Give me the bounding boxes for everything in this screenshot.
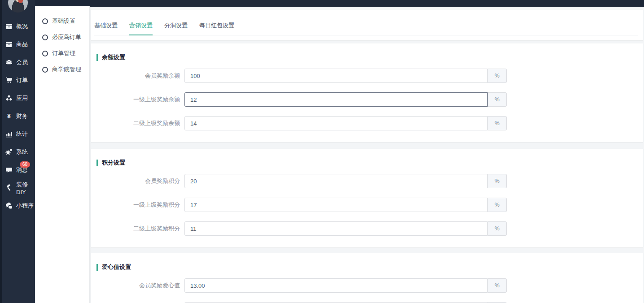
section-title-text: 余额设置 [102,53,125,61]
section-title: 积分设置 [96,159,636,167]
circle-o-icon [42,67,48,73]
submenu-item-3[interactable]: 订单管理 [35,45,89,61]
sidebar-item-label: 商品 [16,40,28,48]
members-users-icon [5,59,13,66]
system-gears-icon [5,148,13,156]
setting-label: 一级上级奖励余额 [96,95,184,104]
percent-input[interactable] [184,278,488,293]
user-avatar[interactable] [8,0,28,13]
percent-input[interactable] [184,221,488,236]
topbar-item-1[interactable]: ♥推台 [43,0,61,1]
percent-input[interactable] [184,174,488,188]
percent-input[interactable] [184,198,488,212]
settings-card-3: 爱心值设置会员奖励爱心值%% [91,253,643,303]
orders-cart-icon [5,77,13,84]
settings-card-1: 余额设置会员奖励余额%一级上级奖励余额%二级上级奖励余额% [91,43,643,142]
submenu-item-1[interactable]: 基础设置 [35,13,89,29]
sidebar-item-diy-hammer[interactable]: 装修DIY [0,179,35,197]
diy-hammer-icon [5,184,13,191]
sidebar-item-label: 概况 [16,22,28,30]
sidebar-item-goods-box[interactable]: 商品 [0,35,35,53]
goods-box-icon [5,41,13,48]
percent-addon: % [488,116,507,130]
message-bubble-icon [5,166,13,173]
sidebar-item-label: 装修DIY [16,181,35,195]
setting-label: 二级上级奖励积分 [96,225,184,233]
tab-4[interactable]: 每日红包设置 [199,22,234,35]
submenu-item-label: 订单管理 [52,49,75,57]
sidebar-item-label: 小程序 [16,202,34,210]
miniprogram-wechat-icon [5,202,13,209]
percent-addon: % [488,92,507,107]
tab-card: 基础设置营销设置分润设置每日红包设置 [91,10,643,40]
sidebar-item-miniprogram-wechat[interactable]: 小程序 [0,197,35,215]
percent-addon: % [488,174,507,188]
section-accent-bar [96,264,98,271]
sidebar-item-orders-cart[interactable]: 订单 [0,71,35,89]
stats-chart-icon [5,130,13,138]
admin-app: ♥推台●入驻支付 概况商品会员订单应用¥财务统计系统消息60装修DIY小程序 基… [0,0,644,303]
finance-yen-icon: ¥ [5,113,13,120]
setting-row: 二级上级奖励余额% [96,116,636,130]
setting-row: 会员奖励余额% [96,69,636,83]
setting-label: 会员奖励爱心值 [96,281,184,290]
percent-addon: % [488,221,507,236]
percent-addon: % [488,69,507,83]
submenu-item-label: 基础设置 [52,17,75,25]
percent-addon: % [488,198,507,212]
sidebar-item-stats-chart[interactable]: 统计 [0,125,35,143]
section-accent-bar [96,54,98,61]
section-title-text: 爱心值设置 [102,263,131,271]
percent-input-group: % [184,198,507,212]
setting-label: 会员奖励余额 [96,72,184,80]
setting-label: 二级上级奖励余额 [96,119,184,127]
tab-3[interactable]: 分润设置 [164,22,188,35]
sidebar-item-label: 会员 [16,58,28,66]
circle-o-icon [42,18,48,24]
percent-input[interactable] [184,116,488,130]
percent-input[interactable] [184,69,488,83]
primary-sidebar: 概况商品会员订单应用¥财务统计系统消息60装修DIY小程序 [0,0,35,303]
sidebar-item-label: 系统 [16,148,28,156]
setting-row: 二级上级奖励积分% [96,221,636,236]
unread-count-badge: 60 [20,161,30,168]
setting-row: 会员奖励积分% [96,174,636,188]
top-bar-menu: ♥推台●入驻支付 [0,0,644,7]
topbar-item-label: 推台 [49,0,61,1]
percent-input-group: % [184,174,507,188]
percent-input-group: % [184,69,507,83]
percent-addon: % [488,278,507,293]
settings-card-2: 积分设置会员奖励积分%一级上级奖励积分%二级上级奖励积分% [91,149,643,247]
sidebar-item-label: 订单 [16,76,28,84]
sidebar-nav: 概况商品会员订单应用¥财务统计系统消息60装修DIY小程序 [0,17,35,215]
submenu-item-label: 商学院管理 [52,65,81,74]
topbar-item-2[interactable]: ●入驻支付 [73,0,102,1]
sidebar-item-label: 应用 [16,94,28,102]
sidebar-item-system-gears[interactable]: 系统 [0,143,35,161]
circle-o-icon [42,35,48,40]
main-content: 基础设置营销设置分润设置每日红包设置 余额设置会员奖励余额%一级上级奖励余额%二… [90,7,644,303]
tab-1[interactable]: 基础设置 [94,22,118,35]
circle-o-icon [42,51,48,56]
secondary-menu: 基础设置必应鸟订单订单管理商学院管理 [35,6,90,303]
sidebar-item-finance-yen[interactable]: ¥财务 [0,107,35,125]
settings-cards: 余额设置会员奖励余额%一级上级奖励余额%二级上级奖励余额%积分设置会员奖励积分%… [90,43,644,303]
setting-row: 一级上级奖励积分% [96,198,636,212]
top-bar: ♥推台●入驻支付 [0,0,644,7]
setting-label: 一级上级奖励积分 [96,201,184,209]
submenu-item-label: 必应鸟订单 [52,33,81,41]
percent-input[interactable] [184,92,488,107]
apps-cubes-icon [5,95,13,102]
tab-2[interactable]: 营销设置 [129,22,153,35]
sidebar-item-apps-cubes[interactable]: 应用 [0,89,35,107]
submenu-item-4[interactable]: 商学院管理 [35,61,89,78]
sidebar-item-message-bubble[interactable]: 消息60 [0,161,35,179]
submenu-item-2[interactable]: 必应鸟订单 [35,29,89,45]
section-accent-bar [96,160,98,166]
sidebar-item-label: 财务 [16,112,28,120]
overview-box-icon [5,23,13,30]
sidebar-item-members-users[interactable]: 会员 [0,53,35,71]
setting-row: 一级上级奖励余额% [96,92,636,107]
sidebar-item-label: 统计 [16,130,28,138]
sidebar-item-overview-box[interactable]: 概况 [0,17,35,35]
